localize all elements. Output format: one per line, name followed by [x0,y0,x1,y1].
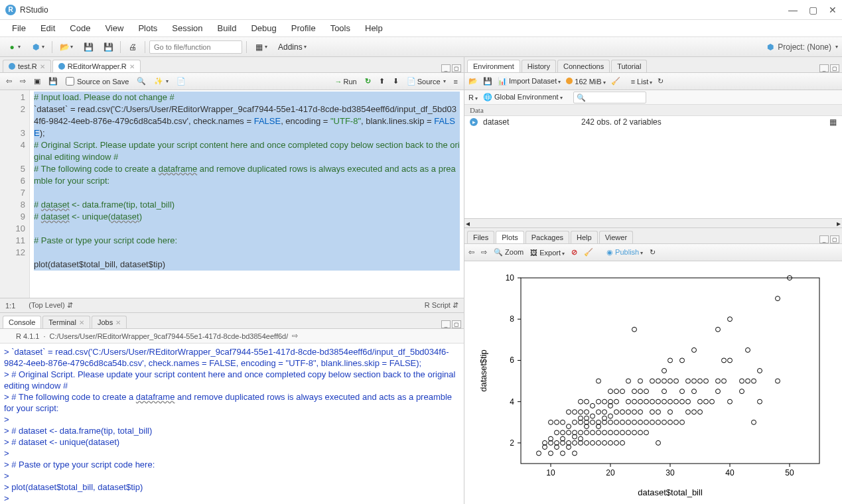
file-type-selector[interactable]: R Script ⇵ [425,301,458,310]
tab-environment[interactable]: Environment [467,60,520,72]
wand-button[interactable]: ✨▾ [152,76,171,86]
find-button[interactable]: 🔍 [135,76,148,86]
refresh-plot-button[interactable]: ↻ [650,248,656,257]
menu-tools[interactable]: Tools [324,21,357,36]
tab-console[interactable]: Console [3,316,41,328]
source-on-save-checkbox[interactable]: Source on Save [64,76,131,86]
import-dataset-button[interactable]: 📊 Import Dataset▾ [498,77,561,86]
project-menu[interactable]: ⬢Project: (None)▾ [766,42,838,52]
tab-tutorial[interactable]: Tutorial [611,60,647,72]
clear-plots-button[interactable]: 🧹 [584,248,593,257]
tab-jobs[interactable]: Jobs✕ [92,316,127,328]
r-scope-button[interactable]: R▾ [468,94,478,101]
menu-build[interactable]: Build [211,21,244,36]
new-file-button[interactable]: ●▾ [4,40,24,54]
menu-plots[interactable]: Plots [131,21,164,36]
save-workspace-button[interactable]: 💾 [483,77,492,86]
publish-button[interactable]: ◉ Publish▾ [606,248,643,257]
expand-icon[interactable]: ▸ [470,118,478,126]
remove-plot-button[interactable]: ⊘ [571,248,577,257]
plot-prev-button[interactable]: ⇦ [468,248,474,257]
menu-code[interactable]: Code [63,21,97,36]
menu-help[interactable]: Help [358,21,389,36]
close-icon[interactable]: ✕ [40,63,45,70]
back-button[interactable]: ⇦ [4,76,14,86]
goto-file-input[interactable] [149,40,242,54]
pane-minimize-button[interactable]: _ [441,320,451,328]
save-all-button[interactable]: 💾 [100,40,116,54]
menu-view[interactable]: View [98,21,130,36]
pane-maximize-button[interactable]: ▢ [452,64,461,72]
save-button[interactable]: 💾 [46,76,60,86]
load-workspace-button[interactable]: 📂 [468,77,478,86]
open-file-button[interactable]: 📂▾ [56,40,76,54]
tab-viewer[interactable]: Viewer [599,231,633,243]
menu-file[interactable]: File [5,21,33,36]
zoom-button[interactable]: 🔍 Zoom [494,248,524,257]
window-title: RStudio [20,5,789,15]
pane-maximize-button[interactable]: ▢ [452,320,461,328]
path-arrow-icon[interactable]: ⇨ [292,332,298,340]
close-icon[interactable]: ✕ [115,319,121,326]
pane-minimize-button[interactable]: _ [819,235,829,243]
run-button[interactable]: →Run [333,77,359,86]
export-button[interactable]: 🖼 Export▾ [530,249,565,257]
tab-history[interactable]: History [522,60,556,72]
close-icon[interactable]: ✕ [129,63,135,70]
table-icon[interactable]: ▦ [829,117,837,127]
env-var-row[interactable]: ▸ dataset 242 obs. of 2 variables ▦ [464,116,842,128]
show-in-new-window-button[interactable]: ▣ [32,76,42,86]
environment-search-input[interactable] [573,92,646,103]
minimize-button[interactable]: — [789,6,797,14]
go-up-button[interactable]: ⬆ [377,76,387,86]
outline-button[interactable]: ≡ [452,77,460,86]
tab-plots[interactable]: Plots [496,231,524,243]
console-output[interactable]: > `dataset` = read.csv('C:/Users/User/RE… [0,344,464,504]
source-tab-test[interactable]: test.R✕ [3,60,51,72]
svg-point-66 [590,420,595,424]
refresh-button[interactable]: ↻ [658,77,664,86]
svg-point-148 [685,399,690,404]
r-file-icon [9,63,15,70]
menu-session[interactable]: Session [165,21,209,36]
svg-point-132 [662,389,666,394]
tab-help[interactable]: Help [571,231,598,243]
tab-packages[interactable]: Packages [526,231,569,243]
maximize-button[interactable]: ▢ [809,6,817,14]
clear-workspace-button[interactable]: 🧹 [611,77,620,86]
source-tab-reditor[interactable]: REditorWrapper.R✕ [52,60,141,72]
print-button[interactable]: 🖨 [125,40,141,54]
tab-files[interactable]: Files [467,231,494,243]
close-button[interactable]: ✕ [829,6,837,14]
new-project-button[interactable]: ⬢▾ [28,40,48,54]
pane-minimize-button[interactable]: _ [441,64,451,72]
pane-minimize-button[interactable]: _ [819,64,829,72]
pane-maximize-button[interactable]: ▢ [830,235,839,243]
code-content[interactable]: # Input load. Please do not change #`dat… [30,90,464,298]
save-button[interactable]: 💾 [80,40,96,54]
tab-terminal[interactable]: Terminal✕ [42,316,90,328]
list-view-button[interactable]: ≡ List▾ [631,78,653,86]
memory-usage[interactable]: 162 MiB▾ [566,78,605,86]
source-button[interactable]: 📄Source▾ [405,76,448,86]
menu-profile[interactable]: Profile [285,21,322,36]
svg-point-126 [656,420,660,424]
close-icon[interactable]: ✕ [79,319,84,326]
go-down-button[interactable]: ⬇ [391,76,401,86]
svg-point-52 [578,430,583,435]
env-scope-button[interactable]: 🌐 Global Environment▾ [483,93,563,101]
svg-point-134 [662,369,666,373]
scope-selector[interactable]: (Top Level) ⇵ [29,301,72,310]
grid-view-button[interactable]: ▦▾ [251,40,271,54]
editor-area[interactable]: 12 34 56789101112 # Input load. Please d… [0,90,464,298]
forward-button[interactable]: ⇨ [18,76,28,86]
plot-next-button[interactable]: ⇨ [481,248,487,257]
menu-edit[interactable]: Edit [34,21,62,36]
addins-button[interactable]: Addins▾ [275,40,310,54]
pane-maximize-button[interactable]: ▢ [830,64,839,72]
rerun-button[interactable]: ↻ [363,76,373,86]
env-scrollbar[interactable]: ◂▸ [464,218,842,227]
menu-debug[interactable]: Debug [244,21,283,36]
compile-report-button[interactable]: 📄 [175,76,188,86]
tab-connections[interactable]: Connections [557,60,610,72]
